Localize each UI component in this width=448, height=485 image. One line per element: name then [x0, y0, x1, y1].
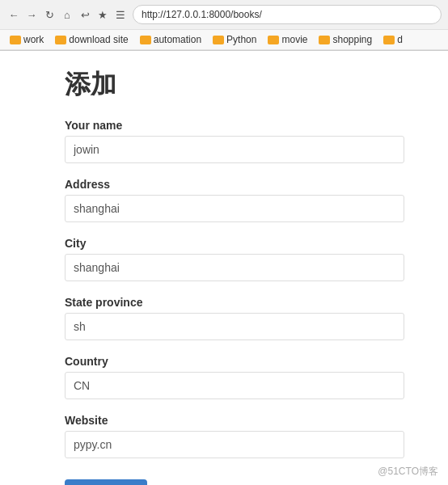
bookmark-label-python: Python — [226, 34, 256, 45]
bookmark-icon-work — [10, 36, 21, 44]
bookmark-icon-automation — [140, 36, 151, 44]
bookmark-label-movie: movie — [281, 34, 307, 45]
bookmark-d[interactable]: d — [378, 32, 408, 47]
address-bar[interactable] — [133, 5, 442, 24]
country-group: Country — [65, 355, 416, 399]
name-group: Your name — [65, 119, 416, 163]
browser-chrome: ← → ↻ ⌂ ↩ ★ ☰ work download site automat… — [0, 0, 448, 51]
browser-toolbar: ← → ↻ ⌂ ↩ ★ ☰ — [0, 0, 448, 29]
bookmark-label-download: download site — [69, 34, 128, 45]
state-group: State province — [65, 296, 416, 340]
home-button[interactable]: ⌂ — [60, 7, 74, 22]
bookmark-download-site[interactable]: download site — [50, 32, 133, 47]
back-button2[interactable]: ↩ — [78, 7, 92, 22]
bookmark-python[interactable]: Python — [208, 32, 261, 47]
bookmark-icon-movie — [268, 36, 279, 44]
name-label: Your name — [65, 119, 416, 132]
bookmark-label-automation: automation — [154, 34, 201, 45]
website-group: Website — [65, 414, 416, 458]
website-label: Website — [65, 414, 416, 427]
city-label: City — [65, 237, 416, 250]
address-label: Address — [65, 178, 416, 191]
back-button[interactable]: ← — [6, 7, 21, 22]
bookmark-label-shopping: shopping — [332, 34, 372, 45]
country-input[interactable] — [65, 372, 404, 399]
country-label: Country — [65, 355, 416, 368]
page-content: 添加 Your name Address City State province… — [0, 51, 448, 485]
state-label: State province — [65, 296, 416, 309]
name-input[interactable] — [65, 136, 404, 163]
website-input[interactable] — [65, 431, 404, 458]
star-button[interactable]: ★ — [95, 7, 110, 22]
menu-button[interactable]: ☰ — [113, 7, 128, 22]
bookmark-icon-d — [383, 36, 395, 44]
bookmark-icon-shopping — [319, 36, 330, 44]
nav-buttons: ← → ↻ ⌂ ↩ ★ ☰ — [6, 7, 128, 22]
bookmark-work[interactable]: work — [5, 32, 49, 47]
forward-button[interactable]: → — [24, 7, 39, 22]
add-form: Your name Address City State province Co… — [65, 119, 416, 485]
state-input[interactable] — [65, 313, 404, 340]
bookmark-movie[interactable]: movie — [263, 32, 312, 47]
watermark: @51CTO博客 — [378, 465, 438, 479]
bookmark-icon-download — [55, 36, 66, 44]
bookmark-automation[interactable]: automation — [135, 32, 206, 47]
bookmark-icon-python — [213, 36, 224, 44]
bookmark-shopping[interactable]: shopping — [314, 32, 377, 47]
submit-button[interactable]: ★ Submit — [65, 479, 147, 485]
page-title: 添加 — [65, 67, 416, 103]
bookmark-label-work: work — [23, 34, 44, 45]
city-group: City — [65, 237, 416, 281]
address-group: Address — [65, 178, 416, 222]
address-input[interactable] — [65, 195, 404, 222]
city-input[interactable] — [65, 254, 404, 281]
bookmark-label-d: d — [397, 34, 403, 45]
bookmarks-bar: work download site automation Python mov… — [0, 29, 448, 50]
refresh-button[interactable]: ↻ — [42, 7, 57, 22]
